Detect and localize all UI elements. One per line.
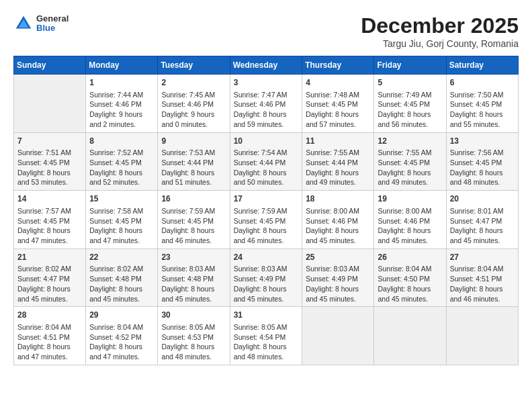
day-number: 10: [234, 136, 299, 147]
day-number: 8: [89, 136, 154, 147]
calendar-body: 1Sunrise: 7:44 AMSunset: 4:46 PMDaylight…: [14, 75, 519, 365]
calendar-cell: 28Sunrise: 8:04 AMSunset: 4:51 PMDayligh…: [14, 307, 86, 365]
sun-info: Sunrise: 8:04 AMSunset: 4:50 PMDaylight:…: [378, 264, 442, 304]
sun-info: Sunrise: 7:45 AMSunset: 4:46 PMDaylight:…: [161, 90, 226, 130]
calendar-cell: 14Sunrise: 7:57 AMSunset: 4:45 PMDayligh…: [14, 191, 86, 249]
day-number: 3: [234, 77, 299, 89]
day-number: 22: [89, 252, 154, 263]
calendar-cell: 7Sunrise: 7:51 AMSunset: 4:45 PMDaylight…: [14, 132, 86, 191]
calendar-cell: 29Sunrise: 8:04 AMSunset: 4:52 PMDayligh…: [86, 307, 158, 365]
calendar-cell: 21Sunrise: 8:02 AMSunset: 4:47 PMDayligh…: [14, 248, 86, 307]
sun-info: Sunrise: 7:53 AMSunset: 4:44 PMDaylight:…: [161, 148, 226, 187]
calendar-cell: 15Sunrise: 7:58 AMSunset: 4:45 PMDayligh…: [86, 191, 158, 249]
day-number: 6: [450, 77, 515, 89]
weekday-header-tuesday: Tuesday: [158, 56, 230, 75]
day-number: 11: [306, 136, 370, 147]
calendar-cell: 27Sunrise: 8:04 AMSunset: 4:51 PMDayligh…: [446, 248, 518, 307]
page-title: December 2025: [361, 13, 519, 38]
calendar-cell: 10Sunrise: 7:54 AMSunset: 4:44 PMDayligh…: [230, 132, 302, 191]
page-subtitle: Targu Jiu, Gorj County, Romania: [361, 38, 519, 49]
calendar-cell: [446, 307, 518, 365]
calendar-cell: 6Sunrise: 7:50 AMSunset: 4:45 PMDaylight…: [446, 75, 518, 133]
calendar-week-2: 7Sunrise: 7:51 AMSunset: 4:45 PMDaylight…: [14, 132, 519, 191]
sun-info: Sunrise: 8:02 AMSunset: 4:48 PMDaylight:…: [89, 264, 154, 304]
calendar-cell: 11Sunrise: 7:55 AMSunset: 4:44 PMDayligh…: [302, 132, 374, 191]
day-number: 17: [234, 193, 299, 205]
day-number: 2: [161, 77, 226, 89]
sun-info: Sunrise: 8:03 AMSunset: 4:48 PMDaylight:…: [161, 264, 226, 304]
day-number: 9: [161, 136, 226, 147]
title-block: December 2025 Targu Jiu, Gorj County, Ro…: [361, 13, 519, 49]
weekday-header-saturday: Saturday: [446, 56, 518, 75]
sun-info: Sunrise: 8:03 AMSunset: 4:49 PMDaylight:…: [306, 264, 370, 304]
day-number: 19: [378, 193, 442, 205]
day-number: 20: [450, 193, 515, 205]
weekday-header-friday: Friday: [374, 56, 446, 75]
calendar-week-1: 1Sunrise: 7:44 AMSunset: 4:46 PMDaylight…: [14, 75, 519, 133]
sun-info: Sunrise: 8:02 AMSunset: 4:47 PMDaylight:…: [17, 264, 82, 304]
calendar-cell: 16Sunrise: 7:59 AMSunset: 4:45 PMDayligh…: [158, 191, 230, 249]
calendar-cell: 31Sunrise: 8:05 AMSunset: 4:54 PMDayligh…: [230, 307, 302, 365]
sun-info: Sunrise: 8:04 AMSunset: 4:51 PMDaylight:…: [450, 264, 515, 304]
sun-info: Sunrise: 7:47 AMSunset: 4:46 PMDaylight:…: [234, 90, 299, 130]
calendar-cell: 12Sunrise: 7:55 AMSunset: 4:45 PMDayligh…: [374, 132, 446, 191]
day-number: 14: [17, 193, 82, 205]
calendar-table: SundayMondayTuesdayWednesdayThursdayFrid…: [13, 56, 519, 365]
weekday-header-sunday: Sunday: [14, 56, 86, 75]
day-number: 1: [89, 77, 154, 89]
weekday-header-monday: Monday: [86, 56, 158, 75]
day-number: 21: [17, 252, 82, 263]
sun-info: Sunrise: 7:50 AMSunset: 4:45 PMDaylight:…: [450, 90, 515, 130]
day-number: 24: [234, 252, 299, 263]
calendar-cell: 22Sunrise: 8:02 AMSunset: 4:48 PMDayligh…: [86, 248, 158, 307]
day-number: 25: [306, 252, 370, 263]
calendar-cell: 4Sunrise: 7:48 AMSunset: 4:45 PMDaylight…: [302, 75, 374, 133]
calendar-cell: [374, 307, 446, 365]
calendar-cell: 19Sunrise: 8:00 AMSunset: 4:46 PMDayligh…: [374, 191, 446, 249]
sun-info: Sunrise: 7:58 AMSunset: 4:45 PMDaylight:…: [89, 206, 154, 246]
day-number: 12: [378, 136, 442, 147]
calendar-cell: [14, 75, 86, 133]
sun-info: Sunrise: 8:01 AMSunset: 4:47 PMDaylight:…: [450, 206, 515, 246]
calendar-week-4: 21Sunrise: 8:02 AMSunset: 4:47 PMDayligh…: [14, 248, 519, 307]
calendar-cell: 23Sunrise: 8:03 AMSunset: 4:48 PMDayligh…: [158, 248, 230, 307]
calendar-cell: 26Sunrise: 8:04 AMSunset: 4:50 PMDayligh…: [374, 248, 446, 307]
day-number: 30: [161, 310, 226, 321]
sun-info: Sunrise: 8:04 AMSunset: 4:52 PMDaylight:…: [89, 322, 154, 362]
calendar-header: SundayMondayTuesdayWednesdayThursdayFrid…: [14, 56, 519, 75]
calendar-cell: 2Sunrise: 7:45 AMSunset: 4:46 PMDaylight…: [158, 75, 230, 133]
calendar-week-3: 14Sunrise: 7:57 AMSunset: 4:45 PMDayligh…: [14, 191, 519, 249]
logo-icon: [13, 13, 34, 34]
day-number: 23: [161, 252, 226, 263]
calendar-cell: 17Sunrise: 7:59 AMSunset: 4:45 PMDayligh…: [230, 191, 302, 249]
weekday-header-wednesday: Wednesday: [230, 56, 302, 75]
calendar-cell: 25Sunrise: 8:03 AMSunset: 4:49 PMDayligh…: [302, 248, 374, 307]
weekday-row: SundayMondayTuesdayWednesdayThursdayFrid…: [14, 56, 519, 75]
sun-info: Sunrise: 7:54 AMSunset: 4:44 PMDaylight:…: [234, 148, 299, 187]
sun-info: Sunrise: 8:03 AMSunset: 4:49 PMDaylight:…: [234, 264, 299, 304]
sun-info: Sunrise: 7:55 AMSunset: 4:44 PMDaylight:…: [306, 148, 370, 187]
calendar-cell: 30Sunrise: 8:05 AMSunset: 4:53 PMDayligh…: [158, 307, 230, 365]
day-number: 18: [306, 193, 370, 205]
day-number: 27: [450, 252, 515, 263]
sun-info: Sunrise: 8:04 AMSunset: 4:51 PMDaylight:…: [17, 322, 82, 362]
calendar-week-5: 28Sunrise: 8:04 AMSunset: 4:51 PMDayligh…: [14, 307, 519, 365]
logo-text: General Blue: [36, 14, 69, 34]
sun-info: Sunrise: 7:59 AMSunset: 4:45 PMDaylight:…: [234, 206, 299, 246]
day-number: 15: [89, 193, 154, 205]
calendar-cell: 9Sunrise: 7:53 AMSunset: 4:44 PMDaylight…: [158, 132, 230, 191]
page-header: General Blue December 2025 Targu Jiu, Go…: [13, 13, 519, 49]
day-number: 5: [378, 77, 442, 89]
sun-info: Sunrise: 7:55 AMSunset: 4:45 PMDaylight:…: [378, 148, 442, 187]
day-number: 31: [234, 310, 299, 321]
sun-info: Sunrise: 8:05 AMSunset: 4:53 PMDaylight:…: [161, 322, 226, 362]
sun-info: Sunrise: 7:52 AMSunset: 4:45 PMDaylight:…: [89, 148, 154, 187]
day-number: 16: [161, 193, 226, 205]
logo: General Blue: [13, 13, 69, 34]
weekday-header-thursday: Thursday: [302, 56, 374, 75]
sun-info: Sunrise: 7:51 AMSunset: 4:45 PMDaylight:…: [17, 148, 82, 187]
logo-blue: Blue: [36, 24, 69, 33]
sun-info: Sunrise: 8:00 AMSunset: 4:46 PMDaylight:…: [306, 206, 370, 246]
calendar-cell: 1Sunrise: 7:44 AMSunset: 4:46 PMDaylight…: [86, 75, 158, 133]
sun-info: Sunrise: 7:48 AMSunset: 4:45 PMDaylight:…: [306, 90, 370, 130]
